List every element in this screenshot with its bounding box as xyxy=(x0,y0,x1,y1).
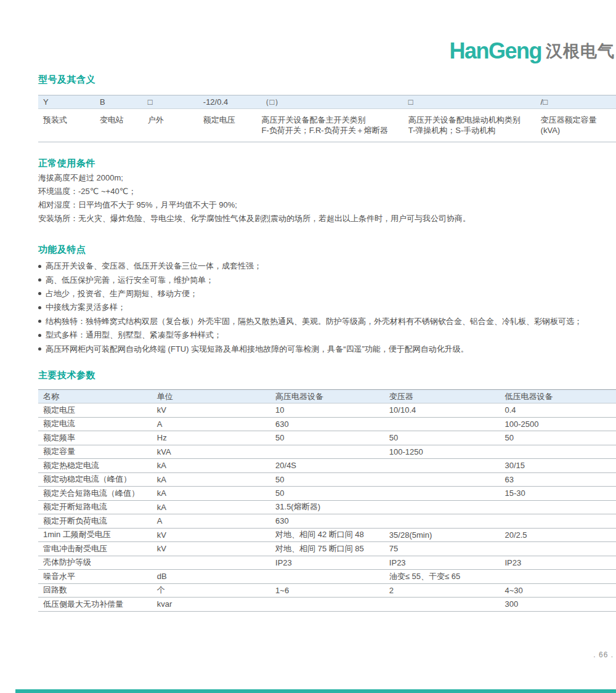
feature-item: 占地少，投资省、生产周期短、移动方便； xyxy=(38,287,611,301)
col-header-transformer: 变压器 xyxy=(384,391,500,402)
col-header-hv: 高压电器设备 xyxy=(270,391,384,402)
table-row: 额定容量 kVA 100-1250 xyxy=(38,445,616,460)
footer-accent-bar xyxy=(15,689,616,693)
param-name: 额定动稳定电流（峰值） xyxy=(38,474,152,485)
bullet-icon xyxy=(38,292,41,295)
param-lv-value: 63 xyxy=(500,475,616,484)
table-row: 额定电压 kV 10 10/10.4 0.4 xyxy=(38,403,616,418)
param-unit: A xyxy=(152,419,270,429)
model-code-voltage: -12/0.4 xyxy=(198,97,257,107)
param-transformer-value: 35/28(5min) xyxy=(384,530,500,540)
conditions-list: 海拔高度不超过 2000m; 环境温度：-25℃ ~+40℃； 相对湿度：日平均… xyxy=(38,171,593,225)
param-lv-value: 0.4 xyxy=(500,405,616,415)
param-lv-value: 50 xyxy=(500,433,616,442)
param-name: 额定电压 xyxy=(38,405,152,416)
param-name: 噪音水平 xyxy=(38,571,152,582)
feature-text: 高压开关设备、变压器、低压开关设备三位一体，成套性强； xyxy=(46,261,262,272)
param-hv-value: 1~6 xyxy=(270,586,384,595)
logo-cjk-text: 汉根电气 xyxy=(546,40,615,62)
param-unit: kV xyxy=(152,544,270,553)
model-desc-text: 额定电压 xyxy=(203,115,257,125)
param-hv-value: 630 xyxy=(270,516,384,525)
param-name: 低压侧最大无功补偿量 xyxy=(38,599,152,610)
bullet-icon xyxy=(38,347,41,351)
param-unit: kA xyxy=(152,503,270,512)
model-code-b: B xyxy=(95,97,143,107)
model-desc-main-switch: 高压开关设备配备主开关类别 F-负荷开关；F.R-负荷开关＋熔断器 xyxy=(257,115,403,136)
param-unit: dB xyxy=(152,572,270,581)
model-desc-rated-voltage: 额定电压 xyxy=(198,115,257,136)
condition-line: 相对湿度：日平均值不大于 95%，月平均值不大于 90%; xyxy=(38,198,593,212)
model-desc-text: T-弹操机构；S-手动机构 xyxy=(408,125,536,136)
param-hv-value: 对地、相间 42 断口间 48 xyxy=(270,529,384,540)
param-lv-value: 20/2.5 xyxy=(500,530,616,540)
param-name: 额定频率 xyxy=(38,432,152,444)
feature-text: 高压环网柜内可装配网自动化终端 (FTU) 实现短路及单相接地故障的可靠检测，具… xyxy=(46,344,469,355)
param-lv-value: 15-30 xyxy=(500,488,616,498)
feature-text: 高、低压保护完善，运行安全可靠，维护简单； xyxy=(46,275,214,286)
table-row: 雷电冲击耐受电压 kV 对地、相间 75 断口间 85 75 xyxy=(38,542,616,556)
model-desc-substation: 变电站 xyxy=(95,115,143,136)
param-unit: kA xyxy=(152,475,270,484)
param-name: 额定开断负荷电流 xyxy=(38,516,152,527)
table-row: 低压侧最大无功补偿量 kvar 300 xyxy=(38,598,616,612)
param-hv-value: 31.5(熔断器) xyxy=(270,501,384,513)
features-list: 高压开关设备、变压器、低压开关设备三位一体，成套性强； 高、低压保护完善，运行安… xyxy=(38,259,611,356)
param-name: 回路数 xyxy=(38,585,152,596)
section-title-tech: 主要技术参数 xyxy=(38,370,95,381)
bullet-icon xyxy=(38,278,41,282)
feature-text: 结构独特：独特蜂窝式结构双层（复合板）外壳牢固，隔热又散热通风、美观。防护等级高… xyxy=(46,316,582,327)
model-table-header-row: Y B □ -12/0.4 （□） □ /□ xyxy=(38,95,616,109)
table-row: 额定频率 Hz 50 50 50 xyxy=(38,431,616,445)
model-desc-text: 预装式 xyxy=(43,115,95,125)
param-name: 壳体防护等级 xyxy=(38,557,152,568)
tech-parameters-table: 名称 单位 高压电器设备 变压器 低压电器设备 额定电压 kV 10 10/10… xyxy=(38,389,616,612)
bullet-icon xyxy=(38,265,41,268)
feature-item: 型式多样：通用型、别墅型、紧凑型等多种样式； xyxy=(38,328,611,342)
col-header-lv: 低压电器设备 xyxy=(500,391,616,402)
condition-line: 海拔高度不超过 2000m; xyxy=(38,171,593,185)
param-name: 1min 工频耐受电压 xyxy=(38,529,152,540)
model-desc-text: (kVA) xyxy=(541,125,616,136)
table-row: 额定电流 A 630 100-2500 xyxy=(38,418,616,432)
bullet-icon xyxy=(38,306,41,309)
param-hv-value: 20/4S xyxy=(270,461,384,470)
table-row: 额定开断短路电流 kA 31.5(熔断器) xyxy=(38,501,616,515)
param-unit: kA xyxy=(152,461,270,470)
model-desc-mechanism: 高压开关设备配电操动机构类别 T-弹操机构；S-手动机构 xyxy=(403,115,536,136)
param-name: 额定容量 xyxy=(38,446,152,457)
condition-line: 环境温度：-25℃ ~+40℃； xyxy=(38,185,593,198)
model-desc-text: 高压开关设备配电操动机构类别 xyxy=(408,115,536,125)
param-hv-value: 10 xyxy=(270,405,384,415)
param-transformer-value: 10/10.4 xyxy=(384,405,500,415)
model-code-box2: （□） xyxy=(257,97,403,107)
param-lv-value: 100-2500 xyxy=(500,419,616,429)
model-desc-capacity: 变压器额定容量 (kVA) xyxy=(536,115,616,136)
section-title-features: 功能及特点 xyxy=(38,244,86,256)
model-code-box4: /□ xyxy=(536,97,616,107)
feature-item: 中接线方案灵活多样； xyxy=(38,301,611,314)
feature-text: 占地少，投资省、生产周期短、移动方便； xyxy=(46,288,198,299)
model-table-body-row: 预装式 变电站 户外 额定电压 高压开关设备配备主开关类别 F-负荷开关；F.R… xyxy=(38,109,616,142)
model-desc-text: 变压器额定容量 xyxy=(541,115,616,125)
feature-text: 中接线方案灵活多样； xyxy=(46,302,126,313)
table-row: 额定开断负荷电流 A 630 xyxy=(38,514,616,529)
col-header-unit: 单位 xyxy=(152,391,270,402)
table-row: 1min 工频耐受电压 kV 对地、相间 42 断口间 48 35/28(5mi… xyxy=(38,529,616,543)
section-title-conditions: 正常使用条件 xyxy=(38,158,95,169)
param-unit: A xyxy=(152,516,270,525)
param-transformer-value: 2 xyxy=(384,586,500,595)
param-hv-value: 630 xyxy=(270,419,384,429)
param-name: 额定开断短路电流 xyxy=(38,501,152,513)
param-hv-value: 50 xyxy=(270,475,384,484)
param-unit: kV xyxy=(152,405,270,415)
feature-item: 高压开关设备、变压器、低压开关设备三位一体，成套性强； xyxy=(38,259,611,273)
table-row: 额定动稳定电流（峰值） kA 50 63 xyxy=(38,473,616,487)
feature-item: 高压环网柜内可装配网自动化终端 (FTU) 实现短路及单相接地故障的可靠检测，具… xyxy=(38,342,611,355)
tech-table-header-row: 名称 单位 高压电器设备 变压器 低压电器设备 xyxy=(38,389,616,403)
model-code-box3: □ xyxy=(403,97,536,107)
section-title-model: 型号及其含义 xyxy=(38,74,95,86)
param-transformer-value: 50 xyxy=(384,433,500,442)
brand-logo: HanGeng 汉根电气 xyxy=(449,38,615,64)
param-hv-value: 50 xyxy=(270,488,384,498)
